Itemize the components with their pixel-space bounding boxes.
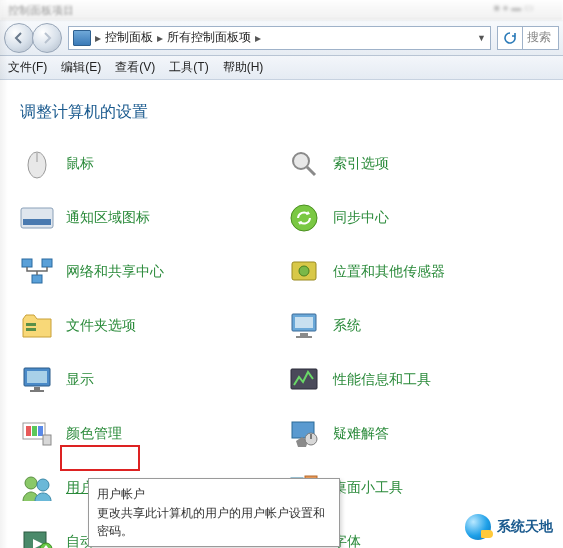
item-label: 文件夹选项 bbox=[66, 317, 136, 335]
window-right-blur: ■ ● ▬ ▭ bbox=[494, 2, 533, 13]
refresh-button[interactable] bbox=[497, 26, 523, 50]
svg-rect-24 bbox=[26, 426, 31, 436]
item-label: 显示 bbox=[66, 371, 94, 389]
troubleshoot-icon bbox=[287, 417, 321, 451]
breadcrumb-sep: ▸ bbox=[157, 31, 163, 45]
item-label: 系统 bbox=[333, 317, 361, 335]
control-panel-icon bbox=[73, 30, 91, 46]
svg-rect-16 bbox=[300, 333, 308, 336]
menu-help[interactable]: 帮助(H) bbox=[223, 59, 264, 76]
tooltip-title: 用户帐户 bbox=[97, 485, 331, 503]
svg-point-2 bbox=[293, 153, 309, 169]
svg-point-32 bbox=[37, 479, 49, 491]
svg-rect-30 bbox=[310, 434, 312, 439]
item-display[interactable]: 显示 bbox=[20, 363, 277, 397]
item-sync[interactable]: 同步中心 bbox=[287, 201, 544, 235]
network-icon bbox=[20, 255, 54, 289]
search-icon bbox=[287, 147, 321, 181]
item-network[interactable]: 网络和共享中心 bbox=[20, 255, 277, 289]
performance-icon bbox=[287, 363, 321, 397]
svg-rect-8 bbox=[42, 259, 52, 267]
computer-icon bbox=[287, 309, 321, 343]
back-button[interactable] bbox=[4, 23, 34, 53]
svg-rect-17 bbox=[296, 336, 312, 338]
watermark-logo-icon bbox=[465, 514, 491, 540]
item-label: 索引选项 bbox=[333, 155, 389, 173]
item-label: 性能信息和工具 bbox=[333, 371, 431, 389]
item-sensors[interactable]: 位置和其他传感器 bbox=[287, 255, 544, 289]
mouse-icon bbox=[20, 147, 54, 181]
item-label: 通知区域图标 bbox=[66, 209, 150, 227]
svg-point-6 bbox=[291, 205, 317, 231]
taskbar-icon bbox=[20, 201, 54, 235]
tooltip: 用户帐户 更改共享此计算机的用户的用户帐户设置和密码。 bbox=[88, 478, 340, 547]
menu-file[interactable]: 文件(F) bbox=[8, 59, 47, 76]
svg-rect-19 bbox=[27, 371, 47, 383]
item-label: 网络和共享中心 bbox=[66, 263, 164, 281]
menu-edit[interactable]: 编辑(E) bbox=[61, 59, 101, 76]
window-titlebar: 控制面板项目 ■ ● ▬ ▭ bbox=[0, 0, 563, 20]
item-mouse[interactable]: 鼠标 bbox=[20, 147, 277, 181]
svg-rect-15 bbox=[295, 317, 313, 328]
item-color[interactable]: 颜色管理 bbox=[20, 417, 277, 451]
page-title: 调整计算机的设置 bbox=[20, 102, 543, 123]
item-folder-options[interactable]: 文件夹选项 bbox=[20, 309, 277, 343]
svg-rect-5 bbox=[23, 219, 51, 225]
navigation-bar: ▸ 控制面板 ▸ 所有控制面板项 ▸ ▼ 搜索 bbox=[0, 20, 563, 56]
svg-rect-9 bbox=[32, 275, 42, 283]
svg-rect-21 bbox=[30, 390, 44, 392]
breadcrumb-root[interactable]: 控制面板 bbox=[105, 29, 153, 46]
svg-rect-20 bbox=[34, 387, 40, 390]
breadcrumb-sub[interactable]: 所有控制面板项 bbox=[167, 29, 251, 46]
item-indexing[interactable]: 索引选项 bbox=[287, 147, 544, 181]
item-label: 位置和其他传感器 bbox=[333, 263, 445, 281]
refresh-icon bbox=[503, 31, 517, 45]
menu-bar: 文件(F) 编辑(E) 查看(V) 工具(T) 帮助(H) bbox=[0, 56, 563, 80]
item-label: 鼠标 bbox=[66, 155, 94, 173]
window-title: 控制面板项目 bbox=[0, 2, 82, 18]
svg-rect-7 bbox=[22, 259, 32, 267]
search-placeholder: 搜索 bbox=[527, 29, 551, 46]
display-icon bbox=[20, 363, 54, 397]
svg-line-3 bbox=[307, 167, 315, 175]
address-bar[interactable]: ▸ 控制面板 ▸ 所有控制面板项 ▸ ▼ bbox=[68, 26, 491, 50]
svg-rect-13 bbox=[26, 328, 36, 331]
item-label: 疑难解答 bbox=[333, 425, 389, 443]
folder-icon bbox=[20, 309, 54, 343]
item-system[interactable]: 系统 bbox=[287, 309, 544, 343]
watermark-text: 系统天地 bbox=[497, 518, 553, 536]
item-label: 颜色管理 bbox=[66, 425, 122, 443]
item-notification[interactable]: 通知区域图标 bbox=[20, 201, 277, 235]
svg-rect-25 bbox=[32, 426, 37, 436]
arrow-right-icon bbox=[41, 32, 53, 44]
item-performance[interactable]: 性能信息和工具 bbox=[287, 363, 544, 397]
sync-icon bbox=[287, 201, 321, 235]
svg-point-11 bbox=[299, 266, 309, 276]
item-label: 同步中心 bbox=[333, 209, 389, 227]
address-dropdown-icon[interactable]: ▼ bbox=[477, 33, 486, 43]
svg-point-31 bbox=[25, 477, 37, 489]
forward-button[interactable] bbox=[32, 23, 62, 53]
location-icon bbox=[287, 255, 321, 289]
item-troubleshoot[interactable]: 疑难解答 bbox=[287, 417, 544, 451]
svg-rect-27 bbox=[43, 435, 51, 445]
item-label: 桌面小工具 bbox=[333, 479, 403, 497]
breadcrumb-sep: ▸ bbox=[95, 31, 101, 45]
breadcrumb-sep: ▸ bbox=[255, 31, 261, 45]
menu-view[interactable]: 查看(V) bbox=[115, 59, 155, 76]
search-box[interactable]: 搜索 bbox=[523, 26, 559, 50]
users-icon bbox=[20, 471, 54, 505]
svg-rect-26 bbox=[38, 426, 43, 436]
svg-rect-12 bbox=[26, 323, 36, 326]
tooltip-body: 更改共享此计算机的用户的用户帐户设置和密码。 bbox=[97, 504, 331, 540]
menu-tools[interactable]: 工具(T) bbox=[169, 59, 208, 76]
arrow-left-icon bbox=[13, 32, 25, 44]
watermark: 系统天地 bbox=[465, 514, 553, 540]
color-icon bbox=[20, 417, 54, 451]
autoplay-icon bbox=[20, 525, 54, 548]
